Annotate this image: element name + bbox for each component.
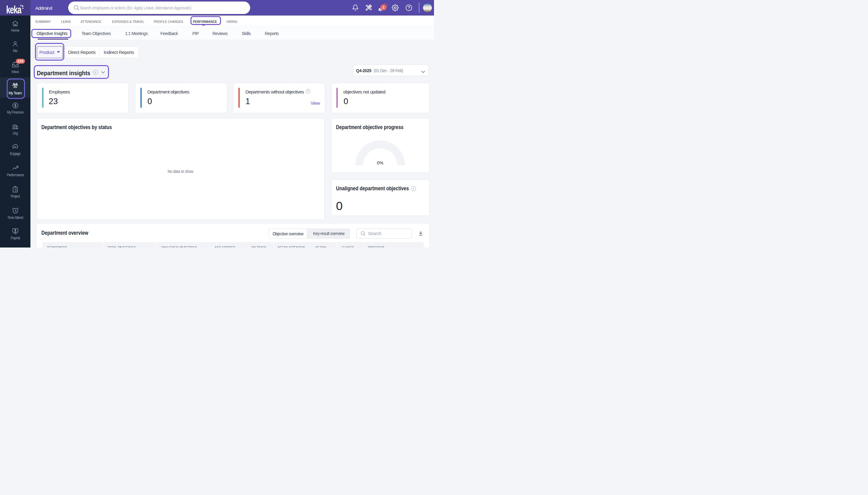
svg-text:keka: keka <box>6 4 21 16</box>
